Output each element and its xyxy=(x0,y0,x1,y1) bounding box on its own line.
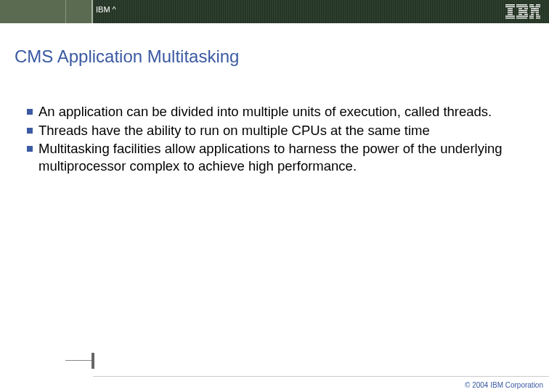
svg-rect-4 xyxy=(508,12,513,12)
svg-rect-21 xyxy=(535,7,540,7)
svg-rect-2 xyxy=(508,8,513,9)
header-divider xyxy=(65,0,66,23)
svg-rect-1 xyxy=(505,7,515,7)
footer-divider xyxy=(92,353,94,369)
bullet-icon xyxy=(27,128,33,134)
svg-rect-19 xyxy=(536,4,540,5)
ibm-logo-icon xyxy=(505,4,540,19)
header-brand-label: IBM ^ xyxy=(96,5,116,14)
svg-rect-12 xyxy=(518,10,527,11)
svg-rect-28 xyxy=(531,14,534,15)
svg-rect-27 xyxy=(536,12,539,12)
svg-rect-29 xyxy=(536,14,539,15)
slide-title: CMS Application Multitasking xyxy=(0,23,549,67)
svg-rect-8 xyxy=(516,4,527,5)
bullet-icon xyxy=(27,146,33,152)
header-divider xyxy=(92,0,93,23)
bullet-text: Multitasking facilities allow applicatio… xyxy=(38,140,523,174)
svg-rect-25 xyxy=(531,12,534,12)
list-item: An application can be divided into multi… xyxy=(26,103,523,121)
svg-rect-30 xyxy=(529,16,534,17)
header-left-block xyxy=(0,0,93,23)
slide-content: An application can be divided into multi… xyxy=(0,67,549,175)
bullet-text: An application can be divided into multi… xyxy=(38,103,523,121)
svg-rect-26 xyxy=(534,12,535,12)
list-item: Multitasking facilities allow applicatio… xyxy=(26,140,523,174)
svg-rect-23 xyxy=(534,8,539,9)
copyright-text: © 2004 IBM Corporation xyxy=(465,381,543,389)
list-item: Threads have the ability to run on multi… xyxy=(26,122,523,139)
svg-rect-14 xyxy=(518,14,522,15)
svg-rect-18 xyxy=(529,4,534,5)
svg-rect-5 xyxy=(508,14,513,15)
svg-rect-24 xyxy=(531,10,539,11)
svg-rect-9 xyxy=(516,7,528,7)
svg-rect-3 xyxy=(508,10,513,11)
svg-rect-0 xyxy=(505,4,515,5)
footer-line xyxy=(93,376,549,377)
svg-rect-33 xyxy=(536,17,540,18)
svg-rect-13 xyxy=(518,12,527,12)
svg-rect-20 xyxy=(529,7,534,7)
svg-rect-10 xyxy=(518,8,522,9)
svg-rect-7 xyxy=(505,17,515,18)
bullet-text: Threads have the ability to run on multi… xyxy=(38,122,523,139)
svg-rect-16 xyxy=(516,16,528,17)
svg-rect-11 xyxy=(524,8,528,9)
svg-rect-6 xyxy=(505,16,515,17)
header-bar: IBM ^ xyxy=(0,0,549,23)
svg-rect-17 xyxy=(516,17,527,18)
svg-rect-31 xyxy=(536,16,540,17)
svg-rect-32 xyxy=(529,17,534,18)
bullet-icon xyxy=(27,109,33,115)
svg-rect-15 xyxy=(524,14,528,15)
